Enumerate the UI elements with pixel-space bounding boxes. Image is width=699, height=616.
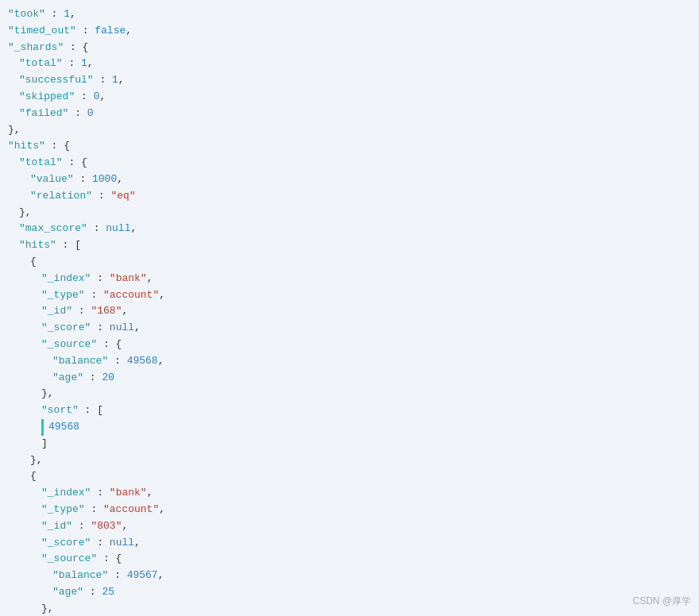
json-punct: : [ xyxy=(56,239,81,251)
json-punct: : xyxy=(63,57,81,69)
json-bool-null: null xyxy=(106,222,130,234)
json-string: "account" xyxy=(103,503,159,515)
json-punct: : xyxy=(108,355,126,367)
code-line: }, xyxy=(8,601,699,616)
json-punct: , xyxy=(147,487,153,499)
code-line: "_id" : "803", xyxy=(8,518,699,535)
json-key: "_index" xyxy=(41,272,91,284)
json-string: "eq" xyxy=(110,190,135,202)
json-punct: : xyxy=(91,321,109,333)
json-number: 20 xyxy=(102,372,114,383)
json-number: 49568 xyxy=(127,355,158,367)
code-line: }, xyxy=(8,205,699,221)
json-number: 1000 xyxy=(92,173,117,185)
code-line: "_index" : "bank", xyxy=(8,271,699,287)
json-punct: { xyxy=(30,256,37,268)
code-line: "relation" : "eq" xyxy=(8,188,699,205)
json-punct: : xyxy=(74,173,92,185)
json-number: 25 xyxy=(102,586,114,598)
code-line: "_shards" : { xyxy=(8,40,699,56)
json-number: 0 xyxy=(87,107,94,119)
code-line: { xyxy=(8,254,699,271)
code-line: "balance" : 49567, xyxy=(8,568,699,584)
json-number: 1 xyxy=(64,8,70,20)
code-line: "age" : 20 xyxy=(8,370,699,387)
code-line: "_score" : null, xyxy=(8,320,699,337)
json-punct: : xyxy=(92,190,110,202)
code-line: "skipped" : 0, xyxy=(8,89,699,106)
code-line: "total" : { xyxy=(8,155,699,171)
json-punct: : xyxy=(68,107,87,119)
json-key: "sort" xyxy=(41,404,79,416)
json-punct: : xyxy=(87,222,106,234)
json-punct: }, xyxy=(19,206,32,218)
json-punct: , xyxy=(159,289,165,301)
json-key: "age" xyxy=(52,372,83,383)
json-number: 1 xyxy=(81,57,87,69)
code-line: { xyxy=(8,468,699,485)
json-punct: : xyxy=(76,25,95,37)
json-punct: : [ xyxy=(79,404,103,416)
json-key: "relation" xyxy=(30,190,92,202)
json-key: "_shards" xyxy=(8,41,64,53)
json-punct: , xyxy=(117,173,123,185)
code-line: "hits" : [ xyxy=(8,237,699,254)
json-key: "hits" xyxy=(8,140,45,152)
json-punct: : xyxy=(94,74,112,86)
code-line: }, xyxy=(8,386,699,402)
json-key: "successful" xyxy=(19,74,94,86)
json-key: "_source" xyxy=(41,338,97,350)
code-line: "total" : 1, xyxy=(8,56,699,72)
json-punct: , xyxy=(87,57,94,69)
code-line: "_type" : "account", xyxy=(8,287,699,304)
json-string: "account" xyxy=(103,289,159,301)
json-punct: : xyxy=(108,569,126,581)
json-punct: : xyxy=(91,272,109,284)
json-punct: : { xyxy=(97,552,122,564)
json-punct: : xyxy=(85,503,103,515)
code-line: "value" : 1000, xyxy=(8,171,699,188)
json-punct: , xyxy=(130,222,137,234)
json-punct: , xyxy=(122,305,128,317)
json-punct: : { xyxy=(45,140,70,152)
json-bool-null: null xyxy=(110,537,134,549)
json-key: "_index" xyxy=(41,487,91,499)
json-bool-null: false xyxy=(95,25,126,37)
json-string: "803" xyxy=(91,520,122,532)
code-line: "failed" : 0 xyxy=(8,106,699,122)
watermark-text: CSDN @厚学 xyxy=(632,595,691,608)
json-key: "balance" xyxy=(52,569,108,581)
json-key: "_score" xyxy=(41,537,91,549)
json-key: "_id" xyxy=(41,305,72,317)
json-number: 49567 xyxy=(127,569,158,581)
code-line: "balance" : 49568, xyxy=(8,353,699,370)
code-line: "_source" : { xyxy=(8,337,699,353)
json-key: "_source" xyxy=(41,552,97,564)
json-punct: }, xyxy=(8,124,21,136)
json-punct: , xyxy=(99,90,106,102)
json-punct: , xyxy=(158,569,164,581)
json-key: "total" xyxy=(19,57,63,69)
code-line: "timed_out" : false, xyxy=(8,23,699,40)
json-key: "hits" xyxy=(19,239,56,251)
code-line: "_id" : "168", xyxy=(8,303,699,320)
code-line: }, xyxy=(8,122,699,139)
json-punct: }, xyxy=(30,454,43,466)
json-punct: : xyxy=(83,586,102,598)
json-bool-null: null xyxy=(110,321,134,333)
json-punct: : { xyxy=(63,156,87,168)
json-key: "_id" xyxy=(41,520,72,532)
code-line: }, xyxy=(8,452,699,469)
json-key: "timed_out" xyxy=(8,25,76,37)
json-key: "took" xyxy=(8,8,45,20)
json-punct: : { xyxy=(64,41,88,53)
code-line: "_index" : "bank", xyxy=(8,485,699,502)
json-punct: , xyxy=(147,272,153,284)
code-line: "sort" : [ xyxy=(8,402,699,419)
json-punct: { xyxy=(30,470,37,482)
json-key: "skipped" xyxy=(19,90,75,102)
json-punct: : xyxy=(91,537,109,549)
json-punct: }, xyxy=(41,387,54,399)
json-punct: , xyxy=(70,8,76,20)
json-string: "bank" xyxy=(110,272,147,284)
